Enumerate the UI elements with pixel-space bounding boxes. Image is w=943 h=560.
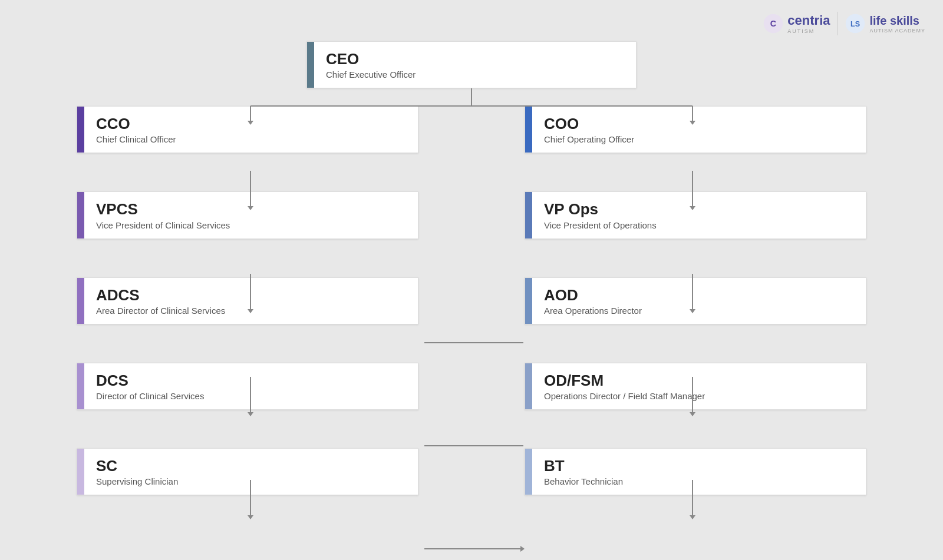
svg-marker-16 [248, 515, 253, 519]
sc-accent [77, 449, 84, 495]
ceo-down-line [471, 88, 472, 106]
aod-subtitle: Area Operations Director [544, 306, 854, 316]
ceo-box: CEO Chief Executive Officer [306, 41, 637, 88]
vpcs-title: VPCS [96, 200, 406, 218]
bt-accent [525, 449, 532, 495]
bt-cell: BT Behavior Technician [472, 448, 866, 495]
level1-spacer [77, 153, 866, 191]
svg-marker-24 [690, 515, 695, 519]
level3-row: ADCS Area Director of Clinical Services … [77, 277, 866, 324]
odfm-subtitle: Operations Director / Field Staff Manage… [544, 391, 854, 401]
bt-title: BT [544, 457, 854, 475]
coo-title: COO [544, 115, 854, 133]
dcs-title: DCS [96, 372, 406, 390]
sc-cell: SC Supervising Clinician [77, 448, 472, 495]
level4-row: DCS Director of Clinical Services OD/FSM… [77, 363, 866, 410]
svg-text:LS: LS [850, 20, 860, 28]
ceo-row: CEO Chief Executive Officer [0, 41, 943, 88]
level2-row: VPCS Vice President of Clinical Services… [77, 191, 866, 238]
vpops-subtitle: Vice President of Operations [544, 220, 854, 230]
level4-spacer [77, 410, 866, 448]
odfm-cell: OD/FSM Operations Director / Field Staff… [472, 363, 866, 410]
adcs-cell: ADCS Area Director of Clinical Services [77, 277, 472, 324]
level1-row: CCO Chief Clinical Officer COO Chief Ope… [77, 106, 866, 153]
adcs-title: ADCS [96, 286, 406, 304]
lifeskills-name: life skills [869, 14, 919, 27]
coo-accent [525, 107, 532, 153]
vpcs-cell: VPCS Vice President of Clinical Services [77, 191, 472, 238]
odfm-accent [525, 363, 532, 409]
cco-box: CCO Chief Clinical Officer [77, 106, 418, 153]
vpcs-accent [77, 192, 84, 238]
sc-title: SC [96, 457, 406, 475]
sc-box: SC Supervising Clinician [77, 448, 418, 495]
dcs-cell: DCS Director of Clinical Services [77, 363, 472, 410]
bt-box: BT Behavior Technician [525, 448, 866, 495]
cco-accent [77, 107, 84, 153]
ceo-accent-bar [307, 42, 314, 88]
coo-subtitle: Chief Operating Officer [544, 134, 854, 144]
adcs-accent [77, 278, 84, 324]
level3-spacer [77, 324, 866, 363]
bt-subtitle: Behavior Technician [544, 476, 854, 486]
aod-box: AOD Area Operations Director [525, 277, 866, 324]
coo-cell: COO Chief Operating Officer [472, 106, 866, 153]
vpops-box: VP Ops Vice President of Operations [525, 191, 866, 238]
ceo-connector [0, 88, 943, 106]
level5-row: SC Supervising Clinician BT Behavior Tec… [77, 448, 866, 495]
ceo-subtitle: Chief Executive Officer [326, 69, 624, 79]
vpops-accent [525, 192, 532, 238]
vpops-cell: VP Ops Vice President of Operations [472, 191, 866, 238]
adcs-subtitle: Area Director of Clinical Services [96, 306, 406, 316]
svg-marker-28 [520, 546, 525, 552]
vpcs-box: VPCS Vice President of Clinical Services [77, 191, 418, 238]
centria-name: centria [787, 13, 830, 28]
cco-subtitle: Chief Clinical Officer [96, 134, 406, 144]
ceo-title: CEO [326, 50, 624, 68]
aod-accent [525, 278, 532, 324]
svg-text:C: C [770, 19, 776, 28]
adcs-box: ADCS Area Director of Clinical Services [77, 277, 418, 324]
sc-subtitle: Supervising Clinician [96, 476, 406, 486]
level2-spacer [77, 239, 866, 277]
aod-title: AOD [544, 286, 854, 304]
odfm-title: OD/FSM [544, 372, 854, 390]
dcs-subtitle: Director of Clinical Services [96, 391, 406, 401]
coo-box: COO Chief Operating Officer [525, 106, 866, 153]
vpcs-subtitle: Vice President of Clinical Services [96, 220, 406, 230]
dcs-accent [77, 363, 84, 409]
odfm-box: OD/FSM Operations Director / Field Staff… [525, 363, 866, 410]
cco-title: CCO [96, 115, 406, 133]
aod-cell: AOD Area Operations Director [472, 277, 866, 324]
ceo-content: CEO Chief Executive Officer [314, 42, 636, 88]
cco-cell: CCO Chief Clinical Officer [77, 106, 472, 153]
vpops-title: VP Ops [544, 200, 854, 218]
chart-body: CCO Chief Clinical Officer COO Chief Ope… [77, 106, 866, 495]
dcs-box: DCS Director of Clinical Services [77, 363, 418, 410]
